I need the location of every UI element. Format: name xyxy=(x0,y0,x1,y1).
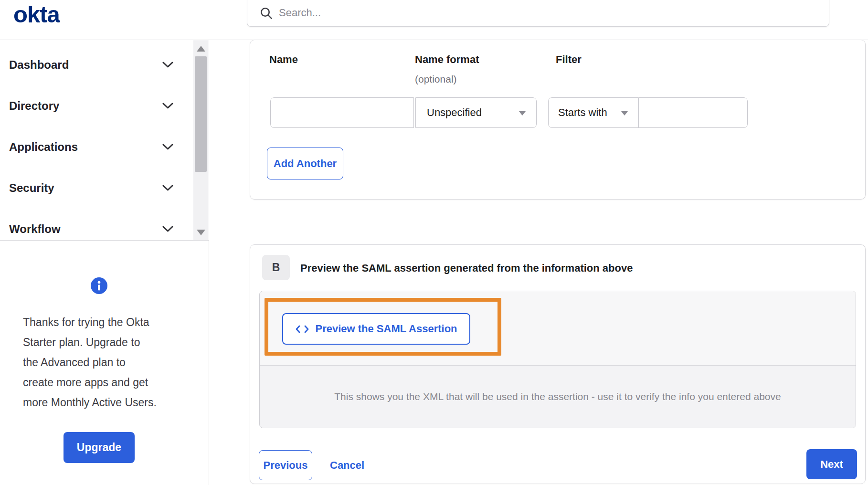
okta-admin-console: okta Dashboard Directory xyxy=(0,0,868,485)
scroll-up-arrow[interactable] xyxy=(197,46,205,52)
sidebar-item-applications[interactable]: Applications xyxy=(0,127,209,168)
search-input[interactable] xyxy=(279,7,819,19)
scroll-down-arrow[interactable] xyxy=(197,230,205,235)
sidebar-item-workflow[interactable]: Workflow xyxy=(0,209,209,241)
assertion-preview-caption-area: This shows you the XML that will be used… xyxy=(260,365,856,428)
upgrade-message-line: Starter plan. Upgrade to xyxy=(23,332,157,352)
filter-value-input[interactable] xyxy=(638,97,748,128)
sidebar: Dashboard Directory Applications Securit… xyxy=(0,40,209,485)
preview-caption: This shows you the XML that will be used… xyxy=(334,391,781,402)
chevron-down-icon xyxy=(162,62,173,68)
name-format-select[interactable]: Unspecified xyxy=(415,97,537,128)
upgrade-message-line: more Monthly Active Users. xyxy=(23,392,157,412)
chevron-down-icon xyxy=(162,185,173,191)
sidebar-item-label: Security xyxy=(9,181,54,195)
previous-button[interactable]: Previous xyxy=(259,450,312,480)
upgrade-message-line: Thanks for trying the Okta xyxy=(23,312,157,332)
attribute-statements-card: Name Name format (optional) Filter Unspe… xyxy=(250,40,866,200)
sidebar-item-label: Directory xyxy=(9,99,59,113)
dropdown-caret-icon xyxy=(621,111,628,116)
cancel-link[interactable]: Cancel xyxy=(330,450,364,480)
name-format-column-label: Name format xyxy=(415,53,479,66)
filter-operator-selected-value: Starts with xyxy=(558,106,607,119)
dropdown-caret-icon xyxy=(519,111,526,116)
preview-saml-button-label: Preview the SAML Assertion xyxy=(315,323,457,335)
name-format-selected-value: Unspecified xyxy=(427,106,482,119)
preview-saml-button[interactable]: Preview the SAML Assertion xyxy=(282,313,470,345)
okta-logo: okta xyxy=(13,1,60,28)
chevron-down-icon xyxy=(162,144,173,150)
saml-preview-card: B Preview the SAML assertion generated f… xyxy=(250,244,866,484)
attribute-name-input[interactable] xyxy=(270,97,414,128)
chevron-down-icon xyxy=(162,103,173,109)
add-another-button[interactable]: Add Another xyxy=(267,148,343,179)
sidebar-item-label: Workflow xyxy=(9,222,61,236)
section-b-heading: Preview the SAML assertion generated fro… xyxy=(300,262,633,274)
info-icon xyxy=(91,277,107,294)
scroll-thumb[interactable] xyxy=(195,56,207,172)
search-icon xyxy=(260,7,273,20)
code-icon xyxy=(295,325,309,334)
chevron-down-icon xyxy=(162,226,173,232)
sidebar-scrollbar xyxy=(193,40,208,240)
global-search[interactable] xyxy=(247,0,829,27)
sidebar-item-label: Dashboard xyxy=(9,58,69,72)
sidebar-item-security[interactable]: Security xyxy=(0,168,209,209)
name-column-label: Name xyxy=(269,53,298,66)
upgrade-message-line: the Advanced plan to xyxy=(23,352,157,372)
filter-column-label: Filter xyxy=(556,53,582,66)
next-button[interactable]: Next xyxy=(806,449,857,479)
upgrade-message-line: create more apps and get xyxy=(23,372,157,392)
sidebar-item-dashboard[interactable]: Dashboard xyxy=(0,44,209,85)
sidebar-nav: Dashboard Directory Applications Securit… xyxy=(0,40,209,241)
assertion-preview-action-area: Preview the SAML Assertion xyxy=(260,291,856,365)
assertion-preview-panel: Preview the SAML Assertion This shows yo… xyxy=(259,291,856,428)
sidebar-item-directory[interactable]: Directory xyxy=(0,85,209,127)
filter-operator-select[interactable]: Starts with xyxy=(548,97,639,128)
section-b-badge: B xyxy=(262,255,290,280)
upgrade-button[interactable]: Upgrade xyxy=(64,432,135,463)
sidebar-item-label: Applications xyxy=(9,140,78,154)
optional-label: (optional) xyxy=(415,74,457,85)
upgrade-message: Thanks for trying the Okta Starter plan.… xyxy=(23,312,157,412)
